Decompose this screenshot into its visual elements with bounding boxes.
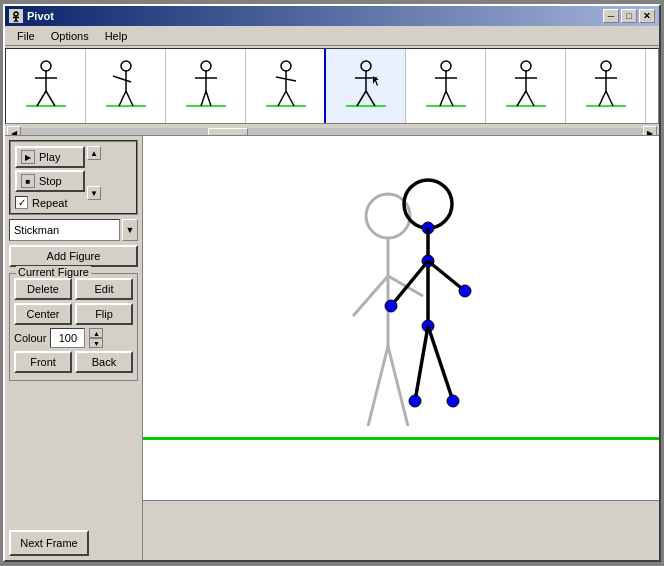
stop-icon: ■ xyxy=(21,174,35,188)
add-figure-button[interactable]: Add Figure xyxy=(9,245,138,267)
colour-up-button[interactable]: ▲ xyxy=(89,328,103,338)
svg-line-53 xyxy=(606,91,613,106)
figure-select-arrow[interactable]: ▼ xyxy=(122,219,138,241)
repeat-checkbox[interactable]: ✓ xyxy=(15,196,28,209)
svg-line-71 xyxy=(428,326,453,401)
svg-line-64 xyxy=(391,261,428,306)
svg-point-0 xyxy=(14,12,18,16)
edit-button[interactable]: Edit xyxy=(75,278,133,300)
svg-line-69 xyxy=(415,326,428,401)
close-button[interactable]: ✕ xyxy=(639,9,655,23)
svg-point-24 xyxy=(281,61,291,71)
play-button[interactable]: ▶ Play xyxy=(15,146,85,168)
playback-buttons: ▶ Play ■ Stop ✓ Repeat xyxy=(15,146,85,209)
canvas-area xyxy=(143,136,659,560)
svg-point-18 xyxy=(201,61,211,71)
frame-cell-6[interactable] xyxy=(406,49,486,124)
svg-line-15 xyxy=(119,91,126,106)
figure-select-row: Stickman ▼ xyxy=(9,219,138,241)
colour-row: Colour ▲ ▼ xyxy=(14,328,133,348)
main-window: Pivot ─ □ ✕ File Options Help xyxy=(3,4,661,562)
center-button[interactable]: Center xyxy=(14,303,72,325)
frame-cell-4[interactable] xyxy=(246,49,326,124)
repeat-label: Repeat xyxy=(32,197,67,209)
menu-file[interactable]: File xyxy=(9,28,43,44)
svg-point-30 xyxy=(361,61,371,71)
svg-line-33 xyxy=(357,91,366,106)
svg-line-10 xyxy=(46,91,55,106)
svg-line-4 xyxy=(16,20,18,22)
delete-button[interactable]: Delete xyxy=(14,278,72,300)
frame-cell-7[interactable] xyxy=(486,49,566,124)
svg-line-3 xyxy=(14,20,16,22)
maximize-button[interactable]: □ xyxy=(621,9,637,23)
title-bar-left: Pivot xyxy=(9,9,54,23)
svg-line-52 xyxy=(599,91,606,106)
svg-line-41 xyxy=(446,91,453,106)
svg-line-21 xyxy=(201,91,206,106)
svg-point-49 xyxy=(601,61,611,71)
minimize-button[interactable]: ─ xyxy=(603,9,619,23)
window-title: Pivot xyxy=(27,10,54,22)
colour-input[interactable] xyxy=(50,328,85,348)
frame-cell-2[interactable] xyxy=(86,49,166,124)
frame-cell-5[interactable] xyxy=(326,49,406,124)
speed-down-button[interactable]: ▼ xyxy=(87,186,101,200)
main-layout: ▶ Play ■ Stop ✓ Repeat ▲ xyxy=(5,136,659,560)
svg-point-70 xyxy=(409,395,421,407)
svg-point-43 xyxy=(521,61,531,71)
svg-line-66 xyxy=(428,261,465,291)
svg-line-9 xyxy=(37,91,46,106)
repeat-row: ✓ Repeat xyxy=(15,196,85,209)
stickman-main xyxy=(373,166,503,496)
menu-help[interactable]: Help xyxy=(97,28,136,44)
svg-point-72 xyxy=(447,395,459,407)
svg-line-28 xyxy=(286,91,294,106)
center-flip-row: Center Flip xyxy=(14,303,133,325)
svg-line-40 xyxy=(440,91,446,106)
content-area: ◀ ▶ ▶ Play ■ xyxy=(5,46,659,560)
speed-up-button[interactable]: ▲ xyxy=(87,146,101,160)
frame-cell-1[interactable] xyxy=(6,49,86,124)
frame-strip: ◀ ▶ xyxy=(5,46,659,136)
frames-container xyxy=(5,48,659,124)
svg-point-67 xyxy=(459,285,471,297)
menu-options[interactable]: Options xyxy=(43,28,97,44)
menu-bar: File Options Help xyxy=(5,26,659,46)
drawing-canvas[interactable] xyxy=(143,136,659,500)
ground-line xyxy=(143,437,659,440)
svg-line-14 xyxy=(113,76,131,82)
colour-spinner: ▲ ▼ xyxy=(89,328,103,348)
frame-cell-8[interactable] xyxy=(566,49,646,124)
scroll-track[interactable] xyxy=(21,128,643,136)
front-button[interactable]: Front xyxy=(14,351,72,373)
front-back-row: Front Back xyxy=(14,351,133,373)
svg-line-16 xyxy=(126,91,133,106)
left-panel: ▶ Play ■ Stop ✓ Repeat ▲ xyxy=(5,136,143,560)
colour-label: Colour xyxy=(14,332,46,344)
svg-point-12 xyxy=(121,61,131,71)
svg-line-22 xyxy=(206,91,211,106)
svg-line-46 xyxy=(517,91,526,106)
stop-button[interactable]: ■ Stop xyxy=(15,170,85,192)
next-frame-button[interactable]: Next Frame xyxy=(9,530,89,556)
svg-point-6 xyxy=(41,61,51,71)
scroll-left-button[interactable]: ◀ xyxy=(7,126,21,136)
title-bar: Pivot ─ □ ✕ xyxy=(5,6,659,26)
svg-line-47 xyxy=(526,91,534,106)
svg-point-37 xyxy=(441,61,451,71)
figure-select[interactable]: Stickman xyxy=(9,219,120,241)
delete-edit-row: Delete Edit xyxy=(14,278,133,300)
svg-point-65 xyxy=(385,300,397,312)
playback-section: ▶ Play ■ Stop ✓ Repeat ▲ xyxy=(9,140,138,215)
title-controls: ─ □ ✕ xyxy=(603,9,655,23)
scroll-thumb[interactable] xyxy=(208,128,248,136)
svg-line-34 xyxy=(366,91,375,106)
scroll-right-button[interactable]: ▶ xyxy=(643,126,657,136)
back-button[interactable]: Back xyxy=(75,351,133,373)
playback-speed-arrows: ▲ ▼ xyxy=(87,146,101,200)
current-figure-group: Current Figure Delete Edit Center Flip C… xyxy=(9,273,138,381)
colour-down-button[interactable]: ▼ xyxy=(89,338,103,348)
frame-cell-3[interactable] xyxy=(166,49,246,124)
flip-button[interactable]: Flip xyxy=(75,303,133,325)
